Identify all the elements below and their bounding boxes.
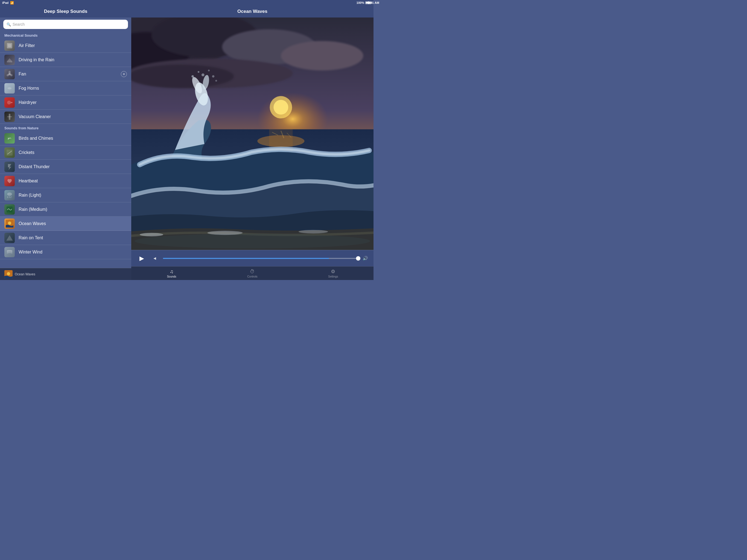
label-rain-medium: Rain (Medium) — [19, 207, 127, 212]
search-placeholder: Search — [12, 22, 25, 27]
section-header-nature: Sounds from Nature — [0, 124, 131, 131]
list-item-rain-medium[interactable]: Rain (Medium) — [0, 202, 131, 217]
svg-rect-10 — [7, 116, 12, 117]
list-item-driving-rain[interactable]: Driving in the Rain — [0, 53, 131, 67]
svg-point-21 — [7, 272, 10, 275]
svg-rect-2 — [7, 61, 12, 62]
svg-point-46 — [212, 75, 215, 78]
right-panel-title: Ocean Waves — [237, 9, 267, 14]
label-winter-wind: Winter Wind — [19, 250, 127, 255]
label-thunder: Distant Thunder — [19, 164, 127, 169]
device-label: iPad — [2, 1, 8, 4]
controls-tab-label: Controls — [247, 275, 257, 278]
list-item-vacuum[interactable]: Vacuum Cleaner — [0, 110, 131, 124]
battery-percent: 100% — [357, 1, 364, 4]
svg-line-14 — [7, 196, 8, 198]
tab-bar: ♫ Sounds ⏱ Controls ⚙ Settings — [131, 266, 374, 280]
volume-icon[interactable]: 🔊 — [363, 256, 368, 261]
list-item-birds[interactable]: Birds and Chimes — [0, 131, 131, 146]
list-item-ocean-waves[interactable]: Ocean Waves — [0, 217, 131, 231]
left-header: Deep Sleep Sounds — [0, 5, 131, 18]
list-item-rain-light[interactable]: Rain (Light) — [0, 188, 131, 202]
left-panel: Deep Sleep Sounds 🔍 Search Mechanical So… — [0, 5, 131, 280]
thumb-birds — [4, 133, 15, 144]
label-crickets: Crickets — [19, 150, 127, 155]
tab-sounds[interactable]: ♫ Sounds — [131, 266, 212, 280]
thumb-rain-light — [4, 190, 15, 200]
thumb-rain-tent — [4, 233, 15, 243]
thumb-fan — [4, 69, 15, 79]
svg-point-7 — [7, 101, 11, 104]
label-fog-horns: Fog Horns — [19, 86, 127, 91]
controls-tab-icon: ⏱ — [250, 269, 255, 275]
progress-thumb — [356, 256, 360, 261]
list-item-hairdryer[interactable]: Hairdryer — [0, 96, 131, 110]
main-container: Deep Sleep Sounds 🔍 Search Mechanical So… — [0, 5, 374, 280]
thumb-fog-horns — [4, 83, 15, 94]
now-playing-thumb — [4, 270, 12, 278]
label-heartbeat: Heartbeat — [19, 179, 127, 183]
fan-badge: ⊕ — [121, 71, 127, 77]
now-playing-bar: Ocean Waves — [0, 268, 131, 280]
thumb-rain-medium — [4, 204, 15, 215]
label-air-filter: Air Filter — [19, 43, 127, 48]
svg-point-42 — [191, 75, 194, 78]
svg-point-49 — [140, 233, 163, 236]
now-playing-label: Ocean Waves — [15, 272, 35, 276]
svg-point-19 — [8, 222, 11, 225]
thumb-ocean-waves — [4, 219, 15, 229]
list-item-heartbeat[interactable]: Heartbeat — [0, 174, 131, 188]
thumb-driving-rain — [4, 55, 15, 65]
list-item-fog-horns[interactable]: Fog Horns — [0, 81, 131, 96]
svg-line-15 — [9, 196, 9, 198]
svg-point-4 — [8, 71, 11, 74]
svg-point-13 — [7, 193, 12, 196]
right-header: Ocean Waves — [131, 5, 374, 18]
svg-point-30 — [281, 41, 363, 71]
svg-point-45 — [208, 70, 210, 71]
label-rain-light: Rain (Light) — [19, 193, 127, 198]
ocean-waves-image — [131, 18, 374, 250]
search-bar-container: 🔍 Search — [0, 18, 131, 31]
svg-rect-1 — [8, 44, 11, 47]
status-right: 100% — [357, 1, 371, 4]
section-header-mechanical: Mechanical Sounds — [0, 31, 131, 39]
thumb-air-filter — [4, 41, 15, 51]
prev-button[interactable]: ◄ — [151, 255, 159, 262]
left-panel-title: Deep Sleep Sounds — [44, 9, 87, 14]
sounds-tab-icon: ♫ — [170, 269, 174, 275]
settings-tab-label: Settings — [328, 275, 338, 278]
list-item-rain-tent[interactable]: Rain on Tent — [0, 231, 131, 245]
thumb-vacuum — [4, 111, 15, 122]
svg-point-51 — [299, 230, 328, 233]
tab-settings[interactable]: ⚙ Settings — [293, 266, 374, 280]
list-item-winter-wind[interactable]: Winter Wind — [0, 245, 131, 259]
progress-container — [163, 258, 358, 259]
list-item-air-filter[interactable]: Air Filter — [0, 39, 131, 53]
svg-point-32 — [131, 65, 234, 88]
list-item-fan[interactable]: Fan ⊕ — [0, 67, 131, 81]
progress-track[interactable] — [163, 258, 358, 259]
label-rain-tent: Rain on Tent — [19, 235, 127, 240]
play-button[interactable]: ▶ — [137, 253, 147, 263]
label-ocean-waves: Ocean Waves — [19, 221, 127, 226]
svg-point-50 — [207, 231, 242, 235]
tab-controls[interactable]: ⏱ Controls — [212, 266, 292, 280]
progress-fill — [163, 258, 329, 259]
list-item-thunder[interactable]: Distant Thunder — [0, 160, 131, 174]
ocean-scene-container — [131, 18, 374, 250]
thumb-hairdryer — [4, 97, 15, 108]
status-left: iPad 📶 — [2, 1, 14, 5]
sounds-list: Mechanical Sounds Air Filter Driving in … — [0, 31, 131, 268]
wifi-icon: 📶 — [10, 1, 14, 5]
battery-icon — [365, 1, 371, 4]
label-vacuum: Vacuum Cleaner — [19, 114, 127, 119]
thumb-thunder — [4, 161, 15, 172]
list-item-crickets[interactable]: Crickets — [0, 146, 131, 160]
player-bar: ▶ ◄ 🔊 — [131, 250, 374, 266]
label-hairdryer: Hairdryer — [19, 100, 127, 105]
search-bar[interactable]: 🔍 Search — [3, 20, 128, 29]
settings-tab-icon: ⚙ — [331, 269, 335, 275]
svg-point-47 — [215, 80, 217, 81]
svg-point-44 — [202, 73, 205, 76]
